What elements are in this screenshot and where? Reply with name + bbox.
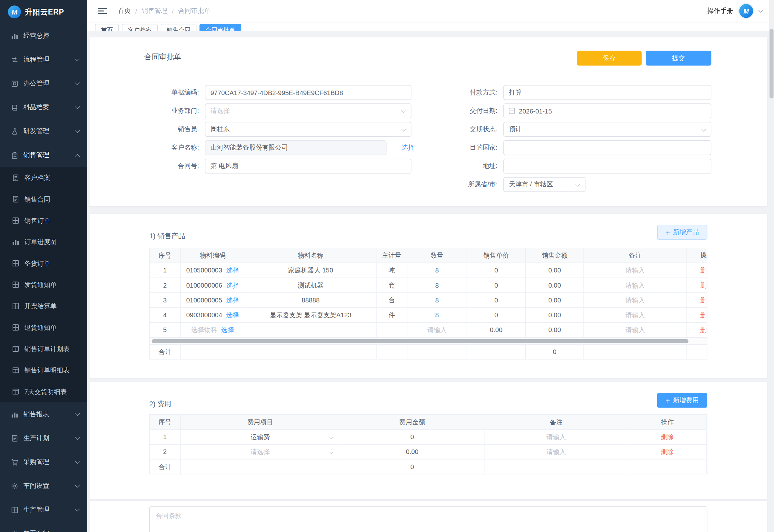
tab-strip: 首页 客户档案 销售合同 合同审批单 bbox=[87, 22, 774, 31]
note-cell[interactable]: 请输入 bbox=[484, 445, 629, 459]
sidebar-item-delivery-notice[interactable]: 发货通知单 bbox=[0, 274, 87, 295]
product-row: 5 选择物料选择 请输入 0.00 0.00 请输入 删除 bbox=[150, 323, 707, 338]
sidebar-item-production-mgmt[interactable]: 生产管理 bbox=[0, 498, 87, 522]
manual-link[interactable]: 操作手册 bbox=[707, 6, 733, 15]
tab-contract-approval[interactable]: 合同审批单 bbox=[200, 24, 242, 31]
save-button[interactable]: 保存 bbox=[577, 51, 642, 65]
col-header: 费用项目 bbox=[181, 415, 341, 429]
choose-material-link[interactable]: 选择 bbox=[221, 326, 234, 335]
price-cell[interactable]: 0 bbox=[467, 278, 526, 293]
sidebar-item-material-archive[interactable]: 料品档案 bbox=[0, 95, 87, 119]
note-cell[interactable]: 请输入 bbox=[584, 263, 687, 278]
qty-cell[interactable]: 8 bbox=[407, 263, 467, 278]
tab-customer-archive[interactable]: 客户档案 bbox=[122, 24, 158, 31]
tab-sales-contract[interactable]: 销售合同 bbox=[161, 24, 196, 31]
delivery-date-input[interactable]: 2026-01-15 bbox=[503, 103, 711, 118]
add-product-button[interactable]: + 新增产品 bbox=[657, 225, 707, 240]
tab-home[interactable]: 首页 bbox=[95, 24, 119, 31]
vertical-scrollbar[interactable] bbox=[769, 0, 774, 532]
price-cell[interactable]: 0 bbox=[467, 263, 526, 278]
doc-code-input[interactable]: 9770CA17-3497-4DB2-995E-B49E9CF61BD8 bbox=[205, 85, 411, 100]
sidebar-item-label: 流程管理 bbox=[23, 55, 71, 64]
sidebar-item-sales-order[interactable]: 销售订单 bbox=[0, 210, 87, 231]
sidebar-item-sales-order-plan[interactable]: 销售订单计划表 bbox=[0, 338, 87, 360]
price-cell[interactable]: 0 bbox=[467, 293, 526, 308]
delete-row-link[interactable]: 删除 bbox=[661, 432, 674, 441]
fee-amount-cell[interactable]: 0.00 bbox=[340, 445, 484, 459]
delete-row-link[interactable]: 删除 bbox=[661, 447, 674, 456]
sidebar-item-purchase-mgmt[interactable]: 采购管理 bbox=[0, 450, 87, 474]
note-cell[interactable]: 请输入 bbox=[584, 323, 687, 338]
sidebar-item-stock-prep-order[interactable]: 备货订单 bbox=[0, 253, 87, 274]
scrollbar-thumb[interactable] bbox=[152, 339, 688, 343]
contract-no-input[interactable]: 第 电风扇 bbox=[205, 159, 411, 173]
col-header: 操作 bbox=[687, 248, 707, 263]
note-cell[interactable]: 请输入 bbox=[584, 278, 687, 293]
add-fee-button[interactable]: + 新增费用 bbox=[657, 393, 707, 408]
sidebar-item-seven-day-delivery-detail[interactable]: 7天交货明细表 bbox=[0, 381, 87, 402]
avatar[interactable]: M bbox=[739, 4, 753, 18]
note-cell[interactable]: 请输入 bbox=[584, 293, 687, 308]
delete-row-link[interactable]: 删除 bbox=[700, 310, 707, 320]
breadcrumb-home[interactable]: 首页 bbox=[118, 6, 131, 15]
choose-material-link[interactable]: 选择 bbox=[226, 310, 239, 320]
sidebar-item-workshop-partial[interactable]: 加工车间 bbox=[0, 522, 87, 532]
qty-cell[interactable]: 8 bbox=[407, 293, 467, 308]
sidebar-item-production-plan[interactable]: 生产计划 bbox=[0, 426, 87, 450]
sidebar-item-rnd-mgmt[interactable]: 研发管理 bbox=[0, 119, 87, 143]
breadcrumb-level1[interactable]: 销售管理 bbox=[142, 6, 167, 15]
sidebar-item-sales-contract[interactable]: 销售合同 bbox=[0, 189, 87, 210]
scrollbar-thumb[interactable] bbox=[769, 29, 773, 98]
total-amount: 0 bbox=[526, 345, 584, 360]
delivery-date-label: 交付日期: bbox=[419, 106, 503, 115]
dest-country-input[interactable] bbox=[503, 140, 711, 155]
sidebar-item-sales-mgmt[interactable]: 销售管理 bbox=[0, 143, 87, 167]
customer-choose-link[interactable]: 选择 bbox=[402, 143, 414, 152]
sidebar-item-sales-order-detail[interactable]: 销售订单明细表 bbox=[0, 360, 87, 381]
sidebar-item-workshop-setting[interactable]: 车间设置 bbox=[0, 474, 87, 498]
price-cell[interactable]: 0 bbox=[467, 308, 526, 323]
delivery-status-select[interactable]: 预计 bbox=[503, 122, 711, 137]
qty-cell[interactable]: 8 bbox=[407, 308, 467, 323]
delete-row-link[interactable]: 删除 bbox=[700, 296, 707, 305]
sidebar-item-sales-report[interactable]: 销售报表 bbox=[0, 402, 87, 426]
sidebar-item-invoice-settlement[interactable]: 开票结算单 bbox=[0, 295, 87, 317]
dept-select[interactable]: 请选择 bbox=[205, 103, 411, 118]
sidebar-item-office-mgmt[interactable]: 办公管理 bbox=[0, 72, 87, 95]
contract-terms-textarea[interactable] bbox=[149, 506, 708, 532]
delete-row-link[interactable]: 删除 bbox=[700, 281, 707, 290]
sidebar-item-label: 采购管理 bbox=[23, 458, 71, 467]
horizontal-scrollbar[interactable] bbox=[150, 338, 707, 345]
sidebar-item-order-progress[interactable]: 订单进度图 bbox=[0, 231, 87, 252]
col-header: 备注 bbox=[584, 248, 687, 263]
delete-row-link[interactable]: 删除 bbox=[700, 266, 707, 275]
sidebar-item-process-mgmt[interactable]: 流程管理 bbox=[0, 48, 87, 72]
fee-item-select[interactable]: 请选择 bbox=[181, 445, 341, 459]
menu-collapse-icon[interactable] bbox=[98, 8, 107, 14]
sidebar-item-return-notice[interactable]: 退货通知单 bbox=[0, 317, 87, 338]
note-cell[interactable]: 请输入 bbox=[484, 430, 629, 445]
chevron-down-icon bbox=[329, 450, 333, 454]
qty-cell[interactable]: 8 bbox=[407, 278, 467, 293]
brand-logo[interactable]: M 升阳云ERP bbox=[0, 0, 87, 24]
choose-material-link[interactable]: 选择 bbox=[226, 266, 239, 275]
grid-icon bbox=[12, 217, 19, 224]
note-cell[interactable]: 请输入 bbox=[584, 308, 687, 323]
plus-icon: + bbox=[666, 397, 670, 404]
salesman-select[interactable]: 周桂东 bbox=[205, 122, 411, 137]
submit-button[interactable]: 提交 bbox=[646, 51, 711, 65]
qty-cell[interactable]: 请输入 bbox=[407, 323, 467, 338]
delete-row-link[interactable]: 删除 bbox=[700, 326, 707, 335]
clipboard-icon bbox=[11, 152, 18, 159]
region-select[interactable]: 天津市 / 市辖区 bbox=[503, 177, 585, 192]
sidebar-item-business-overview[interactable]: 经营总控 bbox=[0, 24, 87, 48]
payment-input[interactable]: 打算 bbox=[503, 85, 711, 100]
chevron-down-icon[interactable] bbox=[759, 8, 763, 12]
fee-amount-cell[interactable]: 0 bbox=[340, 430, 484, 445]
choose-material-link[interactable]: 选择 bbox=[226, 296, 239, 305]
sidebar-item-customer-archive[interactable]: 客户档案 bbox=[0, 167, 87, 188]
choose-material-link[interactable]: 选择 bbox=[226, 281, 239, 290]
price-cell[interactable]: 0.00 bbox=[467, 323, 526, 338]
address-input[interactable] bbox=[503, 159, 711, 173]
fee-item-select[interactable]: 运输费 bbox=[181, 430, 341, 445]
